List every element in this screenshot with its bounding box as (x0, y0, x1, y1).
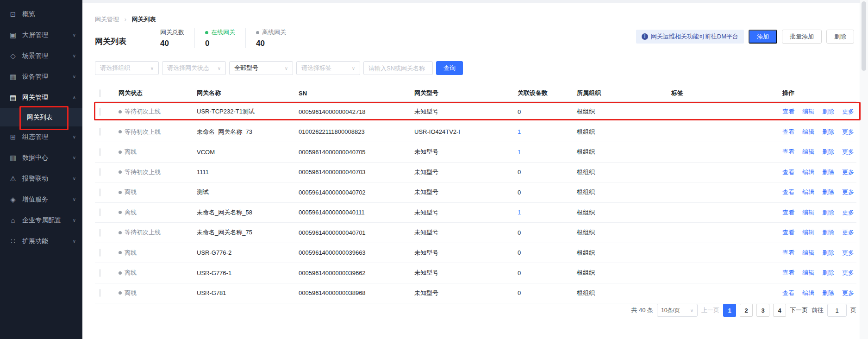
delete-link[interactable]: 删除 (822, 249, 834, 257)
sidebar-item-gateway-list[interactable]: 网关列表 (0, 108, 82, 126)
delete-link[interactable]: 删除 (822, 289, 834, 297)
breadcrumb-parent[interactable]: 网关管理 (95, 16, 119, 23)
status-badge: 等待初次上线 (119, 128, 197, 136)
batch-add-button[interactable]: 批量添加 (782, 30, 822, 44)
scrollbar[interactable] (860, 0, 868, 339)
view-link[interactable]: 查看 (782, 168, 794, 176)
edit-link[interactable]: 编辑 (802, 249, 814, 257)
delete-link[interactable]: 删除 (822, 269, 834, 277)
row-checkbox[interactable] (100, 289, 100, 297)
page-button-2[interactable]: 2 (740, 304, 753, 317)
edit-link[interactable]: 编辑 (802, 188, 814, 196)
device-count-link[interactable]: 1 (518, 128, 577, 135)
page-button-4[interactable]: 4 (773, 304, 786, 317)
sidebar-item-datacenter[interactable]: ▥数据中心∨ (0, 147, 82, 168)
view-link[interactable]: 查看 (782, 249, 794, 257)
more-link[interactable]: 更多 (842, 269, 854, 277)
edit-link[interactable]: 编辑 (802, 289, 814, 297)
row-checkbox[interactable] (100, 108, 100, 116)
gateway-name-cell: VCOM (197, 149, 299, 156)
edit-link[interactable]: 编辑 (802, 269, 814, 277)
sidebar-item-alarm[interactable]: ⚠报警联动∨ (0, 168, 82, 189)
edit-link[interactable]: 编辑 (802, 208, 814, 217)
table-header-row: 网关状态网关名称SN网关型号关联设备数所属组织标签操作 (95, 85, 856, 102)
row-checkbox[interactable] (100, 269, 100, 277)
sidebar-item-gateway[interactable]: ▤网关管理∧ (0, 87, 82, 108)
sidebar-item-config[interactable]: ⊞组态管理∨ (0, 126, 82, 147)
row-checkbox[interactable] (100, 229, 100, 237)
more-link[interactable]: 更多 (842, 128, 854, 136)
sidebar-item-vas[interactable]: ◈增值服务∨ (0, 189, 82, 210)
sidebar-item-bigscreen[interactable]: ▣大屏管理∨ (0, 25, 82, 45)
edit-link[interactable]: 编辑 (802, 168, 814, 176)
delete-link[interactable]: 删除 (822, 148, 834, 156)
sn-search-input[interactable] (363, 61, 433, 75)
delete-link[interactable]: 删除 (822, 228, 834, 237)
more-link[interactable]: 更多 (842, 188, 854, 196)
view-link[interactable]: 查看 (782, 148, 794, 156)
prev-page-button[interactable]: 上一页 (701, 306, 719, 314)
select-all-checkbox[interactable] (100, 89, 100, 97)
status-dot-icon (119, 271, 122, 275)
view-link[interactable]: 查看 (782, 228, 794, 237)
row-checkbox[interactable] (100, 128, 100, 136)
more-link[interactable]: 更多 (842, 249, 854, 257)
delete-link[interactable]: 删除 (822, 107, 834, 116)
row-checkbox[interactable] (100, 188, 100, 196)
sidebar-item-label: 组态管理 (22, 133, 48, 141)
stat-网关总数: 网关总数40 (160, 28, 194, 48)
more-link[interactable]: 更多 (842, 107, 854, 116)
tag-select[interactable]: 请选择标签∨ (296, 61, 360, 75)
delete-link[interactable]: 删除 (822, 188, 834, 196)
column-header: 标签 (671, 89, 782, 97)
device-count-link[interactable]: 1 (518, 209, 577, 216)
page-button-3[interactable]: 3 (756, 304, 769, 317)
edit-link[interactable]: 编辑 (802, 128, 814, 136)
row-checkbox[interactable] (100, 148, 100, 156)
edit-link[interactable]: 编辑 (802, 107, 814, 116)
view-link[interactable]: 查看 (782, 188, 794, 196)
add-button[interactable]: 添加 (749, 30, 777, 44)
status-text: 等待初次上线 (125, 228, 161, 237)
sidebar-item-extension[interactable]: ∷扩展功能∨ (0, 231, 82, 251)
goto-page-input[interactable] (827, 304, 847, 317)
model-select[interactable]: 全部型号∨ (229, 61, 293, 75)
row-checkbox[interactable] (100, 249, 100, 257)
sidebar-item-overview[interactable]: ⊡概览 (0, 4, 82, 25)
view-link[interactable]: 查看 (782, 107, 794, 116)
delete-link[interactable]: 删除 (822, 168, 834, 176)
query-button[interactable]: 查询 (436, 61, 463, 75)
view-link[interactable]: 查看 (782, 208, 794, 217)
edit-link[interactable]: 编辑 (802, 148, 814, 156)
dm-platform-banner[interactable]: i 网关运维相关功能可前往DM平台 (636, 30, 744, 44)
scrollbar-thumb[interactable] (862, 1, 866, 71)
sidebar-item-scene[interactable]: ◇场景管理∨ (0, 45, 82, 66)
delete-link[interactable]: 删除 (822, 208, 834, 217)
view-link[interactable]: 查看 (782, 289, 794, 297)
view-link[interactable]: 查看 (782, 128, 794, 136)
more-link[interactable]: 更多 (842, 228, 854, 237)
more-link[interactable]: 更多 (842, 289, 854, 297)
page-size-select[interactable]: 10条/页 ∨ (657, 304, 698, 317)
more-link[interactable]: 更多 (842, 168, 854, 176)
model-cell: 未知型号 (414, 289, 518, 297)
view-link[interactable]: 查看 (782, 269, 794, 277)
page-button-1[interactable]: 1 (723, 304, 736, 317)
sidebar-item-enterprise[interactable]: ⌂企业专属配置∨ (0, 210, 82, 231)
device-count-link[interactable]: 1 (518, 149, 577, 156)
more-link[interactable]: 更多 (842, 148, 854, 156)
model-cell: 未知型号 (414, 148, 518, 156)
sidebar-item-device[interactable]: ▦设备管理∨ (0, 66, 82, 87)
more-link[interactable]: 更多 (842, 208, 854, 217)
row-checkbox[interactable] (100, 168, 100, 176)
delete-button[interactable]: 删除 (826, 30, 854, 44)
delete-link[interactable]: 删除 (822, 128, 834, 136)
status-select[interactable]: 请选择网关状态∨ (162, 61, 226, 75)
edit-link[interactable]: 编辑 (802, 228, 814, 237)
next-page-button[interactable]: 下一页 (790, 306, 808, 314)
info-icon: i (642, 33, 648, 40)
org-cell: 根组织 (577, 148, 671, 156)
row-checkbox[interactable] (100, 208, 100, 216)
row-checkbox-cell (95, 189, 119, 196)
org-select[interactable]: 请选择组织∨ (95, 61, 159, 75)
